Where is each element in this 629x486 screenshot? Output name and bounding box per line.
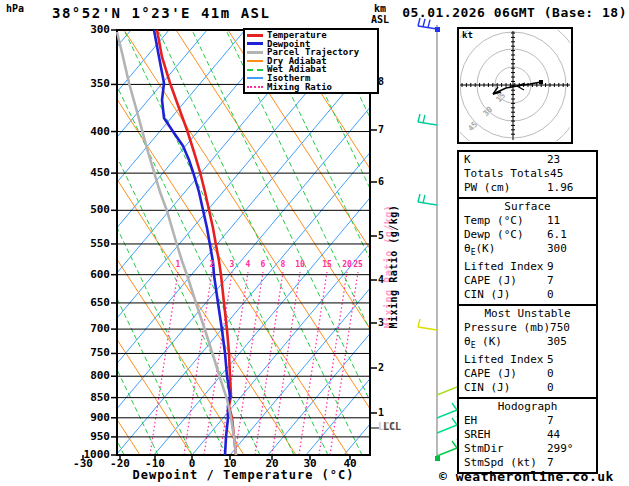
legend-line-sample — [247, 77, 263, 79]
panel-row-value: 0 — [547, 367, 591, 381]
credit-footer: © weatheronline.co.uk — [439, 469, 614, 484]
panel-row-value: 299° — [547, 442, 591, 456]
panel-row-value: 45 — [550, 167, 594, 181]
panel-row-value: 750 — [550, 321, 594, 335]
panel-row: EH7 — [459, 414, 596, 428]
panel-section-header: Hodograph — [459, 400, 596, 414]
km-tick-label: 3 — [378, 317, 384, 328]
pressure-tick-label: 800 — [90, 369, 110, 382]
mixing-ratio-label: 10 — [294, 260, 306, 269]
hodograph-unit-label: kt — [462, 30, 473, 40]
panel-row: CAPE (J)7 — [459, 274, 596, 288]
panel-row-label: PW (cm) — [464, 181, 547, 195]
km-tick-label: 1 — [378, 407, 384, 418]
altitude-unit-km: km — [374, 3, 386, 14]
panel-row: PW (cm)1.96 — [459, 181, 596, 195]
mixing-ratio-label: 3 — [226, 260, 238, 269]
pressure-tick-label: 550 — [90, 237, 110, 250]
altitude-unit-asl: ASL — [371, 14, 389, 25]
panel-section-header: Most Unstable — [459, 307, 596, 321]
x-axis-title: Dewpoint / Temperature (°C) — [117, 468, 370, 482]
panel-row-value: 6.1 — [547, 228, 591, 242]
indices-panel: K23Totals Totals45PW (cm)1.96SurfaceTemp… — [457, 152, 598, 474]
mixing-ratio-label: 25 — [352, 260, 364, 269]
panel-row-value: 0 — [547, 381, 591, 395]
km-tick-label: 2 — [378, 362, 384, 373]
mixing-ratio-label: 1 — [172, 260, 184, 269]
pressure-unit-label: hPa — [6, 3, 24, 14]
km-tick-label: 7 — [378, 124, 384, 135]
legend-line-sample — [247, 69, 263, 71]
panel-row-label: Lifted Index — [464, 260, 547, 274]
pressure-tick-label: 600 — [90, 268, 110, 281]
km-tick-label: 6 — [378, 176, 384, 187]
legend-line-sample — [247, 42, 263, 45]
panel-row: Totals Totals45 — [459, 167, 596, 181]
panel-row: CIN (J)0 — [459, 381, 596, 395]
mixing-ratio-label: 8 — [277, 260, 289, 269]
panel-row: K23 — [459, 153, 596, 167]
panel-row-label: SREH — [464, 428, 547, 442]
legend-item: Mixing Ratio — [247, 83, 375, 92]
pressure-tick-label: 450 — [90, 166, 110, 179]
mixing-ratio-label: 4 — [242, 260, 254, 269]
panel-section: HodographEH7SREH44StmDir299°StmSpd (kt)7 — [457, 397, 598, 474]
panel-row-value: 1.96 — [547, 181, 591, 195]
panel-row-value: 5 — [547, 353, 591, 367]
panel-row-value: 7 — [547, 414, 591, 428]
panel-row-label: θE (K) — [464, 335, 547, 353]
panel-section-header: Surface — [459, 200, 596, 214]
panel-row-label: CAPE (J) — [464, 274, 547, 288]
lcl-label: LCL — [383, 421, 401, 432]
panel-row-label: Pressure (mb) — [464, 321, 550, 335]
panel-row: StmDir299° — [459, 442, 596, 456]
panel-section: Most UnstablePressure (mb)750θE (K)305Li… — [457, 304, 598, 399]
pressure-tick-label: 700 — [90, 322, 110, 335]
panel-row-value: 44 — [547, 428, 591, 442]
panel-row-label: Dewp (°C) — [464, 228, 547, 242]
legend-line-sample — [247, 34, 263, 37]
panel-row-value: 11 — [547, 214, 591, 228]
panel-row-value: 7 — [547, 274, 591, 288]
temp-tick-label: -30 — [69, 457, 97, 470]
panel-row-label: CAPE (J) — [464, 367, 547, 381]
panel-row-label: EH — [464, 414, 547, 428]
panel-row-value: 9 — [547, 260, 591, 274]
panel-row-label: Lifted Index — [464, 353, 547, 367]
mixing-ratio-label: 6 — [257, 260, 269, 269]
panel-row-value: 0 — [547, 288, 591, 302]
panel-row-label: K — [464, 153, 547, 167]
km-tick-label: 4 — [378, 274, 384, 285]
panel-row-label: CIN (J) — [464, 381, 547, 395]
panel-row: θE(K)300 — [459, 242, 596, 260]
panel-row: Temp (°C)11 — [459, 214, 596, 228]
sounding-screenshot: hPa 38°52'N 1°23'E 41m ASL km ASL 05.01.… — [0, 0, 629, 486]
legend-line-sample — [247, 86, 263, 88]
legend-line-sample — [247, 60, 263, 62]
pressure-tick-label: 950 — [90, 430, 110, 443]
panel-row: CIN (J)0 — [459, 288, 596, 302]
panel-row-label: StmDir — [464, 442, 547, 456]
panel-row-label: θE(K) — [464, 242, 547, 260]
panel-row: SREH44 — [459, 428, 596, 442]
pressure-tick-label: 300 — [90, 23, 110, 36]
pressure-tick-label: 350 — [90, 77, 110, 90]
datetime-title: 05.01.2026 06GMT (Base: 18) — [402, 5, 627, 20]
legend-line-sample — [247, 51, 263, 54]
panel-row: Lifted Index9 — [459, 260, 596, 274]
legend-box: TemperatureDewpointParcel TrajectoryDry … — [243, 28, 379, 94]
km-tick-label: 8 — [378, 76, 384, 87]
mixing-ratio-axis-label: Mixing Ratio (g/kg) — [388, 209, 399, 329]
pressure-tick-label: 900 — [90, 411, 110, 424]
panel-section: K23Totals Totals45PW (cm)1.96 — [457, 150, 598, 199]
mixing-ratio-label: 15 — [321, 260, 333, 269]
panel-row-label: Temp (°C) — [464, 214, 547, 228]
panel-row: Lifted Index5 — [459, 353, 596, 367]
panel-row-label: CIN (J) — [464, 288, 547, 302]
panel-row-value: 300 — [547, 242, 591, 260]
panel-row: Pressure (mb)750 — [459, 321, 596, 335]
pressure-tick-label: 650 — [90, 296, 110, 309]
panel-row-label: Totals Totals — [464, 167, 550, 181]
pressure-tick-label: 400 — [90, 125, 110, 138]
panel-row-value: 23 — [547, 153, 591, 167]
